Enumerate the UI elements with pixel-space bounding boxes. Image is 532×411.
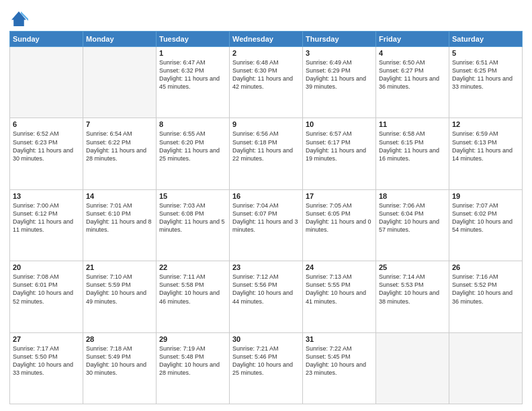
- week-row-2: 6Sunrise: 6:52 AMSunset: 6:23 PMDaylight…: [10, 118, 523, 189]
- day-cell: 22Sunrise: 7:11 AMSunset: 5:58 PMDayligh…: [157, 261, 230, 332]
- logo: [9, 9, 31, 28]
- day-number: 12: [452, 120, 519, 128]
- day-cell: 16Sunrise: 7:04 AMSunset: 6:07 PMDayligh…: [230, 189, 303, 261]
- day-number: 11: [379, 120, 446, 128]
- day-number: 4: [379, 49, 446, 57]
- day-number: 2: [232, 49, 300, 57]
- day-number: 15: [159, 192, 226, 200]
- day-cell: [449, 332, 523, 404]
- day-cell: 3Sunrise: 6:49 AMSunset: 6:29 PMDaylight…: [303, 47, 376, 118]
- day-info: Sunrise: 7:18 AMSunset: 5:49 PMDaylight:…: [86, 345, 153, 377]
- day-cell: 21Sunrise: 7:10 AMSunset: 5:59 PMDayligh…: [83, 261, 157, 332]
- day-cell: 18Sunrise: 7:06 AMSunset: 6:04 PMDayligh…: [376, 189, 449, 261]
- day-cell: 14Sunrise: 7:01 AMSunset: 6:10 PMDayligh…: [83, 189, 157, 261]
- day-cell: 1Sunrise: 6:47 AMSunset: 6:32 PMDaylight…: [157, 47, 230, 118]
- day-number: 8: [159, 120, 226, 128]
- day-cell: 13Sunrise: 7:00 AMSunset: 6:12 PMDayligh…: [10, 189, 83, 261]
- weekday-header-row: SundayMondayTuesdayWednesdayThursdayFrid…: [10, 32, 523, 47]
- header: [9, 7, 523, 28]
- day-number: 28: [86, 335, 153, 343]
- day-cell: 19Sunrise: 7:07 AMSunset: 6:02 PMDayligh…: [449, 189, 523, 261]
- day-info: Sunrise: 6:49 AMSunset: 6:29 PMDaylight:…: [306, 58, 373, 91]
- week-row-3: 13Sunrise: 7:00 AMSunset: 6:12 PMDayligh…: [10, 189, 523, 261]
- day-number: 9: [232, 120, 300, 128]
- day-info: Sunrise: 7:12 AMSunset: 5:56 PMDaylight:…: [232, 273, 300, 306]
- week-row-5: 27Sunrise: 7:17 AMSunset: 5:50 PMDayligh…: [10, 332, 523, 404]
- day-cell: 10Sunrise: 6:57 AMSunset: 6:17 PMDayligh…: [303, 118, 376, 189]
- day-number: 19: [452, 192, 519, 200]
- day-info: Sunrise: 7:04 AMSunset: 6:07 PMDaylight:…: [232, 201, 300, 234]
- day-cell: [10, 47, 83, 118]
- day-info: Sunrise: 6:50 AMSunset: 6:27 PMDaylight:…: [379, 58, 446, 91]
- day-cell: 9Sunrise: 6:56 AMSunset: 6:18 PMDaylight…: [230, 118, 303, 189]
- weekday-header-saturday: Saturday: [449, 32, 523, 47]
- day-number: 16: [232, 192, 300, 200]
- day-number: 1: [159, 49, 226, 57]
- day-cell: [83, 47, 157, 118]
- weekday-header-sunday: Sunday: [10, 32, 83, 47]
- day-info: Sunrise: 6:59 AMSunset: 6:13 PMDaylight:…: [452, 130, 519, 163]
- day-info: Sunrise: 6:55 AMSunset: 6:20 PMDaylight:…: [159, 130, 226, 163]
- day-info: Sunrise: 7:11 AMSunset: 5:58 PMDaylight:…: [159, 273, 226, 306]
- day-cell: 11Sunrise: 6:58 AMSunset: 6:15 PMDayligh…: [376, 118, 449, 189]
- day-cell: 12Sunrise: 6:59 AMSunset: 6:13 PMDayligh…: [449, 118, 523, 189]
- day-cell: 24Sunrise: 7:13 AMSunset: 5:55 PMDayligh…: [303, 261, 376, 332]
- day-number: 3: [306, 49, 373, 57]
- weekday-header-wednesday: Wednesday: [230, 32, 303, 47]
- day-number: 14: [86, 192, 153, 200]
- day-number: 13: [13, 192, 80, 200]
- day-info: Sunrise: 6:52 AMSunset: 6:23 PMDaylight:…: [13, 130, 80, 163]
- weekday-header-tuesday: Tuesday: [157, 32, 230, 47]
- day-info: Sunrise: 7:01 AMSunset: 6:10 PMDaylight:…: [86, 201, 153, 234]
- day-info: Sunrise: 7:07 AMSunset: 6:02 PMDaylight:…: [452, 201, 519, 234]
- day-info: Sunrise: 6:51 AMSunset: 6:25 PMDaylight:…: [452, 58, 519, 91]
- day-info: Sunrise: 7:03 AMSunset: 6:08 PMDaylight:…: [159, 201, 226, 234]
- day-number: 21: [86, 263, 153, 271]
- day-number: 23: [232, 263, 300, 271]
- day-cell: 4Sunrise: 6:50 AMSunset: 6:27 PMDaylight…: [376, 47, 449, 118]
- day-info: Sunrise: 7:19 AMSunset: 5:48 PMDaylight:…: [159, 345, 226, 377]
- day-cell: 30Sunrise: 7:21 AMSunset: 5:46 PMDayligh…: [230, 332, 303, 404]
- day-cell: 15Sunrise: 7:03 AMSunset: 6:08 PMDayligh…: [157, 189, 230, 261]
- weekday-header-friday: Friday: [376, 32, 449, 47]
- day-cell: 5Sunrise: 6:51 AMSunset: 6:25 PMDaylight…: [449, 47, 523, 118]
- day-info: Sunrise: 7:22 AMSunset: 5:45 PMDaylight:…: [306, 345, 373, 377]
- day-info: Sunrise: 7:16 AMSunset: 5:52 PMDaylight:…: [452, 273, 519, 306]
- day-number: 30: [232, 335, 300, 343]
- day-info: Sunrise: 6:56 AMSunset: 6:18 PMDaylight:…: [232, 130, 300, 163]
- day-info: Sunrise: 6:58 AMSunset: 6:15 PMDaylight:…: [379, 130, 446, 163]
- day-info: Sunrise: 7:00 AMSunset: 6:12 PMDaylight:…: [13, 201, 80, 234]
- day-info: Sunrise: 7:14 AMSunset: 5:53 PMDaylight:…: [379, 273, 446, 306]
- day-cell: 25Sunrise: 7:14 AMSunset: 5:53 PMDayligh…: [376, 261, 449, 332]
- day-number: 5: [452, 49, 519, 57]
- day-cell: 20Sunrise: 7:08 AMSunset: 6:01 PMDayligh…: [10, 261, 83, 332]
- day-number: 18: [379, 192, 446, 200]
- day-number: 10: [306, 120, 373, 128]
- day-cell: 31Sunrise: 7:22 AMSunset: 5:45 PMDayligh…: [303, 332, 376, 404]
- day-info: Sunrise: 6:54 AMSunset: 6:22 PMDaylight:…: [86, 130, 153, 163]
- day-number: 24: [306, 263, 373, 271]
- day-info: Sunrise: 7:17 AMSunset: 5:50 PMDaylight:…: [13, 345, 80, 377]
- day-cell: 2Sunrise: 6:48 AMSunset: 6:30 PMDaylight…: [230, 47, 303, 118]
- day-info: Sunrise: 7:13 AMSunset: 5:55 PMDaylight:…: [306, 273, 373, 306]
- day-info: Sunrise: 7:21 AMSunset: 5:46 PMDaylight:…: [232, 345, 300, 377]
- day-info: Sunrise: 7:08 AMSunset: 6:01 PMDaylight:…: [13, 273, 80, 306]
- day-number: 29: [159, 335, 226, 343]
- day-number: 26: [452, 263, 519, 271]
- day-number: 25: [379, 263, 446, 271]
- week-row-4: 20Sunrise: 7:08 AMSunset: 6:01 PMDayligh…: [10, 261, 523, 332]
- day-cell: 23Sunrise: 7:12 AMSunset: 5:56 PMDayligh…: [230, 261, 303, 332]
- day-cell: 8Sunrise: 6:55 AMSunset: 6:20 PMDaylight…: [157, 118, 230, 189]
- logo-icon: [9, 9, 28, 28]
- day-cell: 29Sunrise: 7:19 AMSunset: 5:48 PMDayligh…: [157, 332, 230, 404]
- weekday-header-thursday: Thursday: [303, 32, 376, 47]
- week-row-1: 1Sunrise: 6:47 AMSunset: 6:32 PMDaylight…: [10, 47, 523, 118]
- day-number: 22: [159, 263, 226, 271]
- day-info: Sunrise: 6:47 AMSunset: 6:32 PMDaylight:…: [159, 58, 226, 91]
- day-number: 17: [306, 192, 373, 200]
- day-cell: [376, 332, 449, 404]
- day-info: Sunrise: 6:48 AMSunset: 6:30 PMDaylight:…: [232, 58, 300, 91]
- day-info: Sunrise: 7:06 AMSunset: 6:04 PMDaylight:…: [379, 201, 446, 234]
- day-number: 31: [306, 335, 373, 343]
- day-number: 27: [13, 335, 80, 343]
